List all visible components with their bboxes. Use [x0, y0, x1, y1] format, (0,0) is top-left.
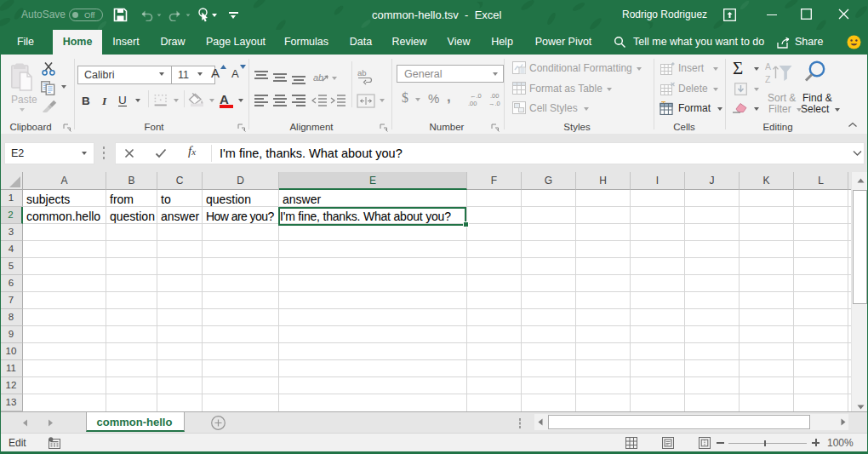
svg-text:A: A: [765, 61, 771, 72]
svg-text:ab: ab: [357, 69, 367, 78]
svg-text:ab: ab: [313, 72, 323, 83]
svg-text:→.0: →.0: [488, 100, 500, 107]
svg-text:Z: Z: [765, 74, 771, 84]
svg-text:.00: .00: [468, 100, 477, 107]
